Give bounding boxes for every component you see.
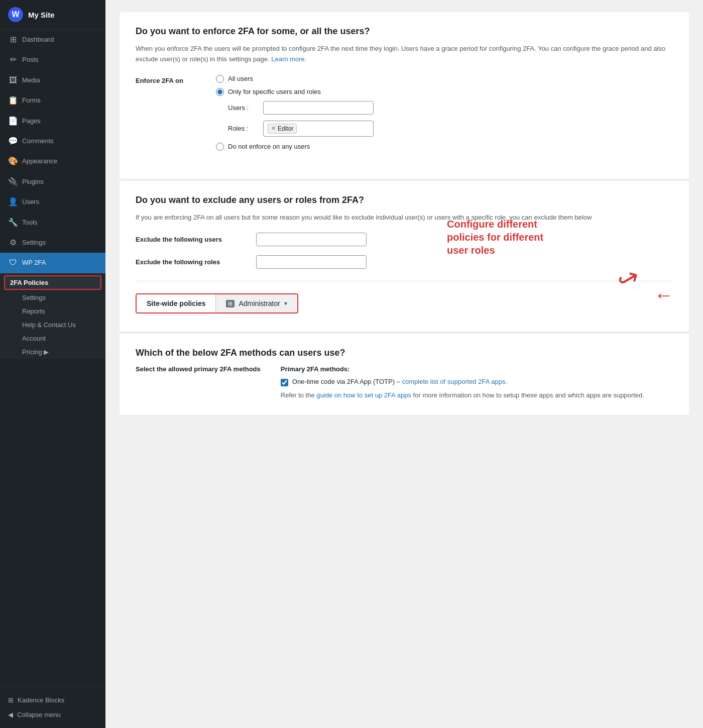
refer-text: Refer to the guide on how to set up 2FA …	[281, 390, 673, 401]
tab-admin-icon: ⊞	[226, 300, 235, 307]
roles-subfield: Roles : ✕ Editor	[228, 121, 673, 137]
policy-tabs-row[interactable]: Site-wide policies ⊞ Administrator ▾	[136, 293, 298, 314]
methods-options-col: Primary 2FA methods: One-time code via 2…	[281, 365, 673, 401]
sidebar-item-collapse-menu[interactable]: ◀ Collapse menu	[8, 707, 97, 722]
sidebar-item-wp2fa[interactable]: 🛡 WP 2FA	[0, 253, 105, 273]
sidebar-item-plugins[interactable]: 🔌 Plugins	[0, 172, 105, 192]
radio-all-users-input[interactable]	[216, 75, 224, 83]
left-arrow-annotation: ←	[654, 284, 674, 306]
sidebar-item-kadence-blocks[interactable]: ⊞ Kadence Blocks	[8, 693, 97, 707]
exclude-2fa-desc: If you are enforcing 2FA on all users bu…	[136, 213, 673, 223]
exclude-roles-row: Exclude the following roles ↩	[136, 255, 673, 269]
media-icon: 🖼	[8, 75, 18, 86]
sidebar-sub-item-pricing[interactable]: Pricing ▶	[0, 345, 105, 359]
radio-no-enforce-input[interactable]	[216, 143, 224, 151]
sidebar-item-pages[interactable]: 📄 Pages	[0, 111, 105, 131]
primary-methods-title: Primary 2FA methods:	[281, 365, 673, 373]
radio-specific-users-input[interactable]	[216, 88, 224, 96]
wp2fa-section: 🛡 WP 2FA 2FA Policies Settings Reports H…	[0, 253, 105, 358]
sidebar-item-label: Comments	[22, 137, 54, 146]
sidebar-footer: ⊞ Kadence Blocks ◀ Collapse menu	[0, 686, 105, 728]
exclude-roles-label: Exclude the following roles	[136, 258, 246, 266]
methods-label-col: Select the allowed primary 2FA methods	[136, 365, 261, 373]
radio-specific-users-label: Only for specific users and roles	[228, 88, 321, 95]
tab-admin-label: Administrator	[239, 299, 280, 307]
users-input[interactable]	[263, 101, 374, 115]
exclude-users-input[interactable]	[256, 233, 367, 246]
sidebar-item-label: Tools	[22, 218, 37, 227]
forms-icon: 📋	[8, 95, 18, 106]
enforce-2fa-desc: When you enforce 2FA the users will be p…	[136, 44, 673, 65]
radio-all-users[interactable]: All users	[216, 75, 673, 83]
tab-administrator[interactable]: ⊞ Administrator ▾	[215, 294, 297, 313]
sidebar-sub-item-reports[interactable]: Reports	[0, 304, 105, 318]
annotation-arrow: ↩	[613, 263, 643, 295]
users-label: Users :	[228, 104, 258, 112]
2fa-methods-title: Which of the below 2FA methods can users…	[136, 348, 673, 358]
sidebar-sub-item-settings[interactable]: Settings	[0, 291, 105, 304]
sidebar-item-label: Forms	[22, 96, 41, 105]
sidebar-item-label: Dashboard	[22, 35, 54, 44]
enforce-2fa-title: Do you want to enforce 2FA for some, or …	[136, 26, 673, 37]
exclude-2fa-card: Do you want to exclude any users or role…	[120, 181, 689, 332]
sidebar-item-label: Users	[22, 197, 39, 206]
radio-specific-users[interactable]: Only for specific users and roles	[216, 88, 673, 96]
radio-no-enforce-label: Do not enforce on any users	[228, 143, 310, 150]
shield-icon: 🛡	[8, 257, 18, 268]
sidebar-sub-item-help[interactable]: Help & Contact Us	[0, 318, 105, 332]
enforce-controls: All users Only for specific users and ro…	[216, 75, 673, 156]
supported-apps-link[interactable]: complete list of supported 2FA apps.	[402, 378, 507, 385]
editor-tag-remove[interactable]: ✕	[271, 125, 276, 132]
sidebar-logo: W My Site	[0, 0, 105, 30]
totp-checkbox[interactable]	[281, 379, 288, 386]
tools-icon: 🔧	[8, 217, 18, 228]
sidebar-item-dashboard[interactable]: ⊞ Dashboard	[0, 30, 105, 50]
section-divider	[136, 281, 673, 281]
posts-icon: ✏	[8, 54, 18, 65]
sidebar-item-settings[interactable]: ⚙ Settings	[0, 233, 105, 253]
annotation-text: Configure different policies for differe…	[447, 218, 557, 257]
sidebar-item-label: Pages	[22, 117, 41, 126]
roles-tag-input[interactable]: ✕ Editor	[263, 121, 374, 137]
tab-site-wide[interactable]: Site-wide policies	[137, 294, 215, 313]
collapse-icon: ◀	[8, 711, 13, 718]
methods-row: Select the allowed primary 2FA methods P…	[136, 365, 673, 401]
kadence-label: Kadence Blocks	[18, 696, 64, 704]
sidebar-nav: ⊞ Dashboard ✏ Posts 🖼 Media 📋 Forms 📄 Pa…	[0, 30, 105, 686]
site-title: My Site	[28, 11, 55, 19]
sidebar-item-label: Media	[22, 76, 40, 85]
exclude-users-label: Exclude the following users	[136, 236, 246, 243]
sidebar-item-appearance[interactable]: 🎨 Appearance	[0, 151, 105, 171]
sidebar-item-label: Posts	[22, 55, 39, 64]
sidebar-item-comments[interactable]: 💬 Comments	[0, 131, 105, 151]
sidebar-item-users[interactable]: 👤 Users	[0, 192, 105, 212]
learn-more-link[interactable]: Learn more.	[271, 55, 306, 63]
radio-no-enforce[interactable]: Do not enforce on any users	[216, 143, 673, 151]
sidebar-item-tools[interactable]: 🔧 Tools	[0, 213, 105, 233]
pages-icon: 📄	[8, 116, 18, 127]
allowed-primary-label: Select the allowed primary 2FA methods	[136, 365, 261, 373]
sidebar-item-forms[interactable]: 📋 Forms	[0, 90, 105, 111]
sidebar-item-posts[interactable]: ✏ Posts	[0, 50, 105, 70]
sidebar: W My Site ⊞ Dashboard ✏ Posts 🖼 Media 📋 …	[0, 0, 105, 728]
2fa-policies-wrapper: 2FA Policies	[0, 273, 105, 291]
sidebar-sub-item-account[interactable]: Account	[0, 332, 105, 345]
sidebar-sub-item-2fa-policies[interactable]: 2FA Policies	[4, 275, 101, 290]
guide-link[interactable]: guide on how to set up 2FA apps	[316, 391, 411, 399]
radio-all-users-label: All users	[228, 75, 253, 82]
main-content: Do you want to enforce 2FA for some, or …	[105, 0, 703, 728]
editor-tag-label: Editor	[278, 125, 293, 132]
editor-tag: ✕ Editor	[268, 124, 297, 134]
wp2fa-label: WP 2FA	[22, 258, 46, 267]
kadence-icon: ⊞	[8, 696, 14, 704]
comments-icon: 💬	[8, 136, 18, 147]
roles-label: Roles :	[228, 125, 258, 132]
enforce-label: Enforce 2FA on	[136, 75, 216, 84]
appearance-icon: 🎨	[8, 156, 18, 167]
enforce-2fa-row: Enforce 2FA on All users Only for specif…	[136, 75, 673, 156]
totp-option[interactable]: One-time code via 2FA App (TOTP) – compl…	[281, 378, 673, 386]
sidebar-item-media[interactable]: 🖼 Media	[0, 70, 105, 90]
dashboard-icon: ⊞	[8, 34, 18, 45]
totp-label: One-time code via 2FA App (TOTP) – compl…	[292, 378, 507, 385]
exclude-roles-input[interactable]	[256, 255, 367, 269]
